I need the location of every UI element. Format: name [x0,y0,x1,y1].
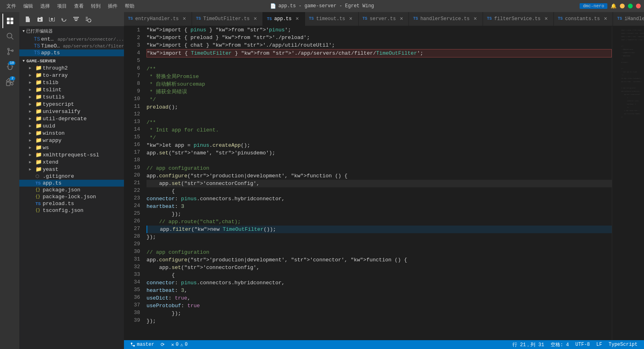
tab-entryhandler-ts[interactable]: TSentryHandler.ts× [124,12,192,26]
open-file-timeoutfilter[interactable]: TS TimeOutFilter.ts app/servers/chat/fil… [19,43,124,49]
tree-item-preload-ts[interactable]: TSpreload.ts [19,200,124,207]
open-editors-header[interactable]: ▼ 已打开编辑器 [19,27,124,36]
open-file-app[interactable]: TS app.ts [19,49,124,56]
tab-app-ts[interactable]: TSapp.ts× [263,12,305,26]
git-branch[interactable]: master [127,340,157,349]
tab-ihandlerfilter-ts[interactable]: TSiHandlerFilter.ts× [613,12,644,26]
line-number: 9 [124,87,140,95]
tab-close-button[interactable]: × [252,16,258,22]
save-button[interactable] [35,14,45,25]
tab-filterservice-ts[interactable]: TSfilterService.ts× [483,12,554,26]
encoding[interactable]: UTF-8 [572,340,593,349]
code-content[interactable]: "kw">import { pinus } "kw">from "str">'p… [143,26,612,340]
notification-icon[interactable]: 🔔 [611,3,617,9]
tree-item-util-deprecate[interactable]: ▶📁util-deprecate [19,115,124,122]
tree-item-to-array[interactable]: ▶📁to-array [19,72,124,79]
errors-count[interactable]: ✕ 0 ⚠ 0 [168,340,191,349]
activity-extensions[interactable]: 2 [2,75,17,89]
cursor-position[interactable]: 行 21，列 31 [509,340,547,349]
tab-close-button[interactable]: × [398,16,405,22]
tree-item-yeast[interactable]: ▶📁yeast [19,166,124,173]
activity-search[interactable] [2,29,17,43]
menu-view[interactable]: 查看 [71,2,87,10]
tree-item-typescript[interactable]: ▶📁typescript [19,101,124,108]
line-number: 35 [124,286,140,294]
tree-item-xtend[interactable]: ▶📁xtend [19,158,124,166]
folder-icon: 📁 [35,65,43,71]
tabs-container: TSentryHandler.ts×TSTimeOutFilter.ts×TSa… [124,12,644,26]
menu-edit[interactable]: 编辑 [20,2,36,10]
maximize-button[interactable]: □ [628,4,633,8]
line-number: 38 [124,309,140,316]
svg-point-6 [8,48,9,50]
tab-close-button[interactable]: × [602,16,609,22]
close-button[interactable]: ✕ [636,4,641,8]
new-file-button[interactable] [23,14,33,25]
tab-close-button[interactable]: × [543,16,549,22]
activity-git[interactable] [2,44,17,59]
tree-item-tsutils[interactable]: ▶📁tsutils [19,93,124,101]
tab-close-button[interactable]: × [294,16,301,22]
activity-debug[interactable]: 10 [2,60,17,74]
tree-item-through2[interactable]: ▶📁through2 [19,64,124,72]
menu-project[interactable]: 项目 [54,2,70,10]
tree-item-package-lock-json[interactable]: {}package-lock.json [19,193,124,200]
line-number: 23 [124,194,140,202]
menu-select[interactable]: 选择 [37,2,53,10]
svg-line-17 [90,21,91,22]
tree-item-universalify[interactable]: ▶📁universalify [19,108,124,115]
tab-close-button[interactable]: × [472,16,479,22]
tree-item-label: wrappy [43,138,124,144]
save-all-button[interactable] [47,14,57,25]
tree-item--gitignore[interactable]: ⬡.gitignore [19,173,124,180]
tab-handlerservice-ts[interactable]: TShandlerService.ts× [409,12,483,26]
tree-item-app-ts[interactable]: TSapp.ts [19,180,124,187]
menu-plugins[interactable]: 插件 [105,2,121,10]
tree-item-label: xmlhttprequest-ssl [43,152,124,158]
file-type-icon: {} [35,208,43,213]
filter-button[interactable] [83,14,93,25]
svg-rect-2 [7,21,10,24]
tab-close-button[interactable]: × [348,16,354,22]
tree-item-wrappy[interactable]: ▶📁wrappy [19,137,124,144]
line-number: 25 [124,209,140,217]
code-editor[interactable]: 1234567891011121314151617181920212223242… [124,26,644,340]
folder-arrow-icon: ▶ [29,152,35,157]
tree-item-package-json[interactable]: {}package.json [19,187,124,193]
line-ending[interactable]: LF [593,340,605,349]
code-line: */ [147,134,612,142]
tab-close-button[interactable]: × [181,16,188,22]
folder-arrow-icon: ▶ [29,66,35,70]
tab-file-icon: TS [363,16,367,21]
open-file-entryhandler[interactable]: TS entryHandler.ts app/servers/connector… [19,36,124,43]
project-section-header[interactable]: ▼ GAME-SERVER [19,56,124,64]
tab-timeout-ts[interactable]: TStimeout.ts× [305,12,359,26]
menu-goto[interactable]: 转到 [88,2,104,10]
tree-item-tsconfig-json[interactable]: {}tsconfig.json [19,207,124,214]
tree-item-ws[interactable]: ▶📁ws [19,144,124,151]
minimize-button[interactable]: — [620,4,625,8]
sync-button[interactable]: ⟳ [157,340,168,349]
menu-file[interactable]: 文件 [3,2,19,10]
folder-arrow-icon: ▶ [29,73,35,78]
tree-item-xmlhttprequest-ssl[interactable]: ▶📁xmlhttprequest-ssl [19,151,124,158]
language-mode[interactable]: TypeScript [605,340,641,349]
collapse-button[interactable] [71,14,81,25]
status-left: master ⟳ ✕ 0 ⚠ 0 [127,340,191,349]
tree-item-winston[interactable]: ▶📁winston [19,129,124,137]
activity-explorer[interactable] [2,14,17,28]
spaces[interactable]: 空格: 4 [547,340,572,349]
menu-help[interactable]: 帮助 [122,2,138,10]
tree-item-uuid[interactable]: ▶📁uuid [19,122,124,129]
tree-item-tslib[interactable]: ▶📁tslib [19,79,124,86]
tree-item-label: app.ts [43,180,124,186]
tab-timeoutfilter-ts[interactable]: TSTimeOutFilter.ts× [192,12,263,26]
tab-server-ts[interactable]: TSserver.ts× [359,12,409,26]
tree-item-tslint[interactable]: ▶📁tslint [19,86,124,93]
file-type-icon: TS [35,181,43,186]
folder-icon: 📁 [35,159,43,165]
folder-arrow-icon: ▶ [29,123,35,128]
tab-constants-ts[interactable]: TSconstants.ts× [554,12,613,26]
refresh-button[interactable] [59,14,69,25]
folder-arrow-icon: ▶ [29,109,35,114]
